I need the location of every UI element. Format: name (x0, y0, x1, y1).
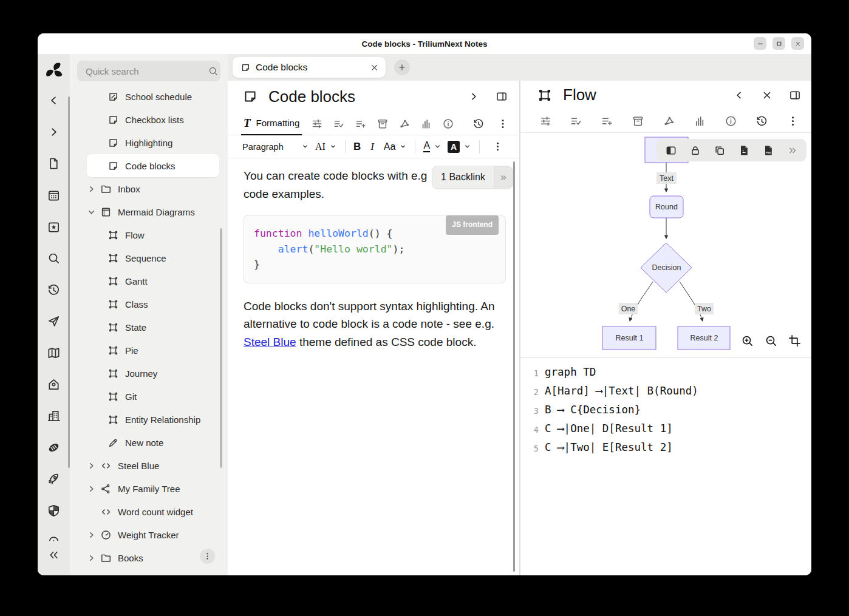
building-icon[interactable] (47, 408, 61, 423)
new-tab-button[interactable] (394, 59, 410, 75)
tree-item-checkbox-lists[interactable]: Checkbox lists (87, 108, 219, 131)
tab-close-icon[interactable] (369, 62, 380, 73)
bold-button[interactable]: B (353, 141, 361, 153)
share-icon[interactable] (663, 114, 676, 127)
file-icon[interactable] (47, 156, 61, 171)
toolbar-more-button[interactable] (491, 141, 503, 153)
chevron-right-icon[interactable] (87, 461, 100, 470)
info-icon[interactable] (724, 114, 737, 127)
list-check-icon[interactable] (332, 117, 345, 130)
history-icon[interactable] (47, 282, 61, 297)
source-line[interactable]: 5C ⟶|Two| E[Result 2] (530, 439, 811, 458)
chart-icon[interactable] (693, 114, 706, 127)
note-content[interactable]: You can create code blocks with e.g code… (228, 158, 519, 575)
font-size-dropdown[interactable]: AI (315, 141, 337, 152)
history-icon[interactable] (755, 114, 768, 127)
tree-item-state[interactable]: State (87, 316, 219, 339)
tree-item-entity-relationship[interactable]: Entity Relationship (87, 408, 219, 431)
tree-item-code-blocks[interactable]: Code blocks (87, 154, 219, 177)
archive-icon[interactable] (632, 114, 645, 127)
code-block[interactable]: JS frontend function helloWorld() { aler… (244, 215, 506, 283)
source-line[interactable]: 2A[Hard] ⟶|Text| B(Round) (530, 382, 811, 401)
tree-item-school-schedule[interactable]: School schedule (87, 85, 219, 108)
tree-item-journey[interactable]: Journey (87, 362, 219, 385)
close-pane-button[interactable] (760, 89, 774, 102)
chevron-right-icon[interactable] (87, 184, 100, 194)
calendar-star-icon[interactable] (47, 219, 61, 234)
tree-item-weight-tracker[interactable]: Weight Tracker (87, 523, 219, 546)
chevron-right-icon[interactable] (87, 484, 100, 493)
font-family-dropdown[interactable]: Aa (384, 141, 407, 152)
list-check-icon[interactable] (570, 114, 583, 127)
tree-item-steel-blue[interactable]: Steel Blue (87, 454, 219, 477)
mermaid-icon[interactable] (537, 87, 553, 103)
quick-search[interactable] (77, 61, 220, 81)
search-input[interactable] (84, 66, 208, 77)
note-title[interactable]: Code blocks (268, 87, 467, 106)
map-icon[interactable] (47, 345, 61, 360)
bread-icon[interactable] (47, 440, 61, 455)
split-view-button[interactable] (495, 90, 508, 103)
note-title[interactable]: Flow (563, 86, 732, 104)
steel-blue-link[interactable]: Steel Blue (244, 336, 296, 348)
list-plus-icon[interactable] (354, 117, 367, 130)
lock-icon[interactable] (689, 144, 701, 157)
rocket-icon[interactable] (47, 472, 61, 486)
tree-item-statistics[interactable]: Statistics (87, 569, 219, 575)
file-png-icon[interactable]: PNG (762, 144, 774, 157)
share-icon[interactable] (398, 117, 411, 130)
tree-item-mermaid-diagrams[interactable]: Mermaid Diagrams (87, 200, 219, 223)
kebab-icon[interactable] (496, 117, 509, 130)
tab-formatting[interactable]: T Formatting (241, 112, 302, 135)
italic-button[interactable]: I (370, 141, 374, 153)
font-color-dropdown[interactable]: A (423, 141, 442, 152)
zoom-in-icon[interactable] (740, 333, 754, 348)
calendar-icon[interactable] (47, 188, 61, 202)
chevron-down-icon[interactable] (87, 207, 100, 217)
content-scrollbar[interactable] (513, 161, 515, 572)
source-line[interactable]: 1graph TD (530, 364, 811, 382)
chevron-right-icon[interactable] (87, 530, 100, 540)
sliders-icon[interactable] (310, 117, 323, 130)
mermaid-source-editor[interactable]: 1graph TD2A[Hard] ⟶|Text| B(Round)3B ⟶ C… (520, 357, 811, 575)
tree-scrollbar[interactable] (220, 228, 222, 468)
maximize-button[interactable] (772, 37, 785, 50)
close-button[interactable] (791, 37, 804, 50)
crop-icon[interactable] (787, 333, 802, 348)
file-image-icon[interactable] (737, 144, 750, 157)
arc-icon[interactable] (47, 532, 61, 547)
collapse-icon[interactable] (47, 547, 61, 562)
tree-item-pie[interactable]: Pie (87, 339, 219, 362)
tree-item-inbox[interactable]: Inbox (87, 177, 219, 200)
chevron-right-icon[interactable] (87, 553, 100, 563)
info-icon[interactable] (442, 117, 454, 130)
chart-icon[interactable] (420, 117, 432, 130)
tree-item-highlighting[interactable]: Highlighting (87, 131, 219, 154)
note-icon[interactable] (242, 89, 258, 104)
viewtoggle-icon[interactable] (664, 144, 677, 157)
tree-item-class[interactable]: Class (87, 293, 219, 316)
tree-item-gantt[interactable]: Gantt (87, 269, 219, 293)
split-view-button[interactable] (788, 89, 802, 102)
archive-icon[interactable] (376, 117, 389, 130)
collapse-ribbon-button[interactable] (732, 89, 746, 102)
tree-item-word-count-widget[interactable]: Word count widget (87, 500, 219, 523)
chevrons-right-icon[interactable] (786, 144, 799, 157)
backlink-widget[interactable]: 1 Backlink » (432, 166, 513, 189)
list-plus-icon[interactable] (601, 114, 614, 127)
home-icon[interactable] (47, 377, 61, 391)
send-icon[interactable] (47, 314, 61, 328)
tree-item-new-note[interactable]: New note (87, 431, 219, 454)
kebab-icon[interactable] (786, 114, 799, 127)
backlink-expand-icon[interactable]: » (494, 166, 513, 188)
expand-ribbon-button[interactable] (467, 90, 480, 103)
tree-options-button[interactable] (200, 549, 215, 564)
search-icon[interactable] (47, 251, 61, 265)
source-line[interactable]: 4C ⟶|One| D[Result 1] (530, 420, 811, 439)
tree-item-flow[interactable]: Flow (87, 223, 219, 246)
tree-item-my-family-tree[interactable]: My Family Tree (87, 477, 219, 500)
tree-item-sequence[interactable]: Sequence (87, 246, 219, 269)
history-icon[interactable] (472, 117, 485, 130)
paragraph-style-dropdown[interactable]: Paragraph (242, 142, 309, 152)
chevron-right-icon[interactable] (47, 124, 61, 139)
